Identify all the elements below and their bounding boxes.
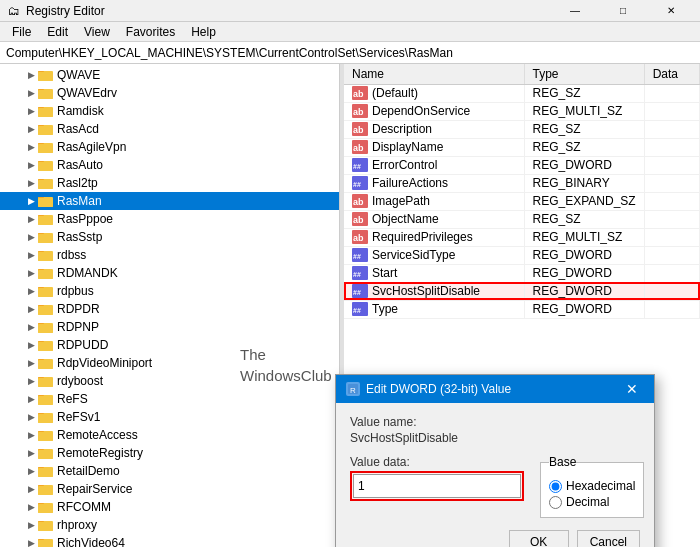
radio-decimal[interactable] <box>549 496 562 509</box>
tree-item[interactable]: ▶ RDPNP <box>0 318 339 336</box>
table-row[interactable]: ab RequiredPrivilegesREG_MULTI_SZ <box>344 228 700 246</box>
reg-type-cell: REG_MULTI_SZ <box>524 228 644 246</box>
reg-type-cell: REG_SZ <box>524 84 644 102</box>
reg-type-icon: ## <box>352 284 368 298</box>
menu-favorites[interactable]: Favorites <box>118 23 183 41</box>
edit-dword-dialog: R Edit DWORD (32-bit) Value ✕ Value name… <box>335 374 655 547</box>
tree-item[interactable]: ▶ rhproxy <box>0 516 339 534</box>
table-row[interactable]: ## FailureActionsREG_BINARY <box>344 174 700 192</box>
tree-item[interactable]: ▶ RasMan <box>0 192 339 210</box>
tree-item[interactable]: ▶ RasAcd <box>0 120 339 138</box>
table-row[interactable]: ab DependOnServiceREG_MULTI_SZ <box>344 102 700 120</box>
reg-type-cell: REG_DWORD <box>524 300 644 318</box>
tree-item[interactable]: ▶ QWAVEdrv <box>0 84 339 102</box>
tree-item[interactable]: ▶ RetailDemo <box>0 462 339 480</box>
tree-item[interactable]: ▶ RemoteRegistry <box>0 444 339 462</box>
table-row[interactable]: ## ServiceSidTypeREG_DWORD <box>344 246 700 264</box>
tree-item[interactable]: ▶ Rasl2tp <box>0 174 339 192</box>
folder-icon <box>38 517 54 533</box>
svg-rect-71 <box>38 486 53 495</box>
radio-hex-label[interactable]: Hexadecimal <box>549 479 635 493</box>
table-row[interactable]: ab ImagePathREG_EXPAND_SZ <box>344 192 700 210</box>
cancel-button[interactable]: Cancel <box>577 530 640 547</box>
menu-help[interactable]: Help <box>183 23 224 41</box>
reg-data-cell <box>644 192 699 210</box>
radio-dec-label[interactable]: Decimal <box>549 495 635 509</box>
table-row[interactable]: ## SvcHostSplitDisableREG_DWORD <box>344 282 700 300</box>
tree-item-label: Ramdisk <box>57 104 104 118</box>
tree-item-label: RDPDR <box>57 302 100 316</box>
table-row[interactable]: ab ObjectNameREG_SZ <box>344 210 700 228</box>
tree-item[interactable]: ▶ RasPppoe <box>0 210 339 228</box>
tree-arrow-icon: ▶ <box>24 86 38 100</box>
tree-item[interactable]: ▶ Ramdisk <box>0 102 339 120</box>
svg-rect-77 <box>38 522 53 531</box>
tree-item-label: RDPNP <box>57 320 99 334</box>
tree-item[interactable]: ▶ RdpVideoMiniport <box>0 354 339 372</box>
table-row[interactable]: ab DescriptionREG_SZ <box>344 120 700 138</box>
table-row[interactable]: ab DisplayNameREG_SZ <box>344 138 700 156</box>
tree-item-label: ReFSv1 <box>57 410 100 424</box>
maximize-button[interactable]: □ <box>600 0 646 22</box>
tree-item[interactable]: ▶ RasAgileVpn <box>0 138 339 156</box>
ok-button[interactable]: OK <box>509 530 569 547</box>
reg-name-cell: ab DependOnService <box>344 102 524 120</box>
folder-icon <box>38 301 54 317</box>
svg-text:##: ## <box>353 289 361 296</box>
tree-item[interactable]: ▶ rdbss <box>0 246 339 264</box>
tree-item[interactable]: ▶ RemoteAccess <box>0 426 339 444</box>
tree-item-label: RichVideo64 <box>57 536 125 547</box>
menu-file[interactable]: File <box>4 23 39 41</box>
tree-item[interactable]: ▶ QWAVE <box>0 66 339 84</box>
reg-data-cell <box>644 264 699 282</box>
tree-item[interactable]: ▶ RasAuto <box>0 156 339 174</box>
tree-item[interactable]: ▶ RDMANDK <box>0 264 339 282</box>
reg-type-cell: REG_SZ <box>524 138 644 156</box>
tree-item[interactable]: ▶ RDPDR <box>0 300 339 318</box>
tree-arrow-icon: ▶ <box>24 266 38 280</box>
tree-item-label: RasAuto <box>57 158 103 172</box>
svg-text:##: ## <box>353 253 361 260</box>
window-controls: — □ ✕ <box>552 0 694 22</box>
svg-rect-74 <box>38 504 53 513</box>
tree-item[interactable]: ▶ RasSstp <box>0 228 339 246</box>
folder-icon <box>38 391 54 407</box>
tree-item-label: RasSstp <box>57 230 102 244</box>
tree-item[interactable]: ▶ rdyboost <box>0 372 339 390</box>
tree-arrow-icon: ▶ <box>24 518 38 532</box>
table-row[interactable]: ab (Default)REG_SZ <box>344 84 700 102</box>
tree-item[interactable]: ▶ RepairService <box>0 480 339 498</box>
minimize-button[interactable]: — <box>552 0 598 22</box>
tree-item[interactable]: ▶ ReFSv1 <box>0 408 339 426</box>
tree-item[interactable]: ▶ ReFS <box>0 390 339 408</box>
main-area: ▶ QWAVE▶ QWAVEdrv▶ Ramdisk▶ RasAcd▶ RasA… <box>0 64 700 547</box>
svg-rect-59 <box>38 414 53 423</box>
close-button[interactable]: ✕ <box>648 0 694 22</box>
table-row[interactable]: ## StartREG_DWORD <box>344 264 700 282</box>
dialog-close-button[interactable]: ✕ <box>620 379 644 399</box>
table-row[interactable]: ## ErrorControlREG_DWORD <box>344 156 700 174</box>
reg-data-cell <box>644 120 699 138</box>
value-data-input[interactable] <box>353 474 521 498</box>
dialog-title: Edit DWORD (32-bit) Value <box>366 382 511 396</box>
reg-type-cell: REG_DWORD <box>524 264 644 282</box>
tree-arrow-icon: ▶ <box>24 194 38 208</box>
tree-arrow-icon: ▶ <box>24 500 38 514</box>
tree-item-label: rdbss <box>57 248 86 262</box>
tree-item-label: RetailDemo <box>57 464 120 478</box>
tree-item-label: ReFS <box>57 392 88 406</box>
menu-edit[interactable]: Edit <box>39 23 76 41</box>
folder-icon <box>38 463 54 479</box>
folder-icon <box>38 535 54 547</box>
tree-item[interactable]: ▶ RFCOMM <box>0 498 339 516</box>
table-row[interactable]: ## TypeREG_DWORD <box>344 300 700 318</box>
dialog-body: Value name: SvcHostSplitDisable Value da… <box>336 403 654 547</box>
svg-text:ab: ab <box>353 197 364 207</box>
menu-view[interactable]: View <box>76 23 118 41</box>
tree-item[interactable]: ▶ RDPUDD <box>0 336 339 354</box>
tree-item-label: RDPUDD <box>57 338 108 352</box>
value-name-label: Value name: <box>350 415 640 429</box>
tree-item[interactable]: ▶ RichVideo64 <box>0 534 339 547</box>
radio-hexadecimal[interactable] <box>549 480 562 493</box>
tree-item[interactable]: ▶ rdpbus <box>0 282 339 300</box>
